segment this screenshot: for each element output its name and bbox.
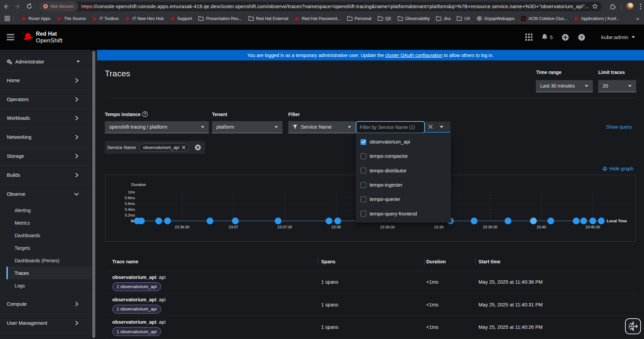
show-query-link[interactable]: Show query bbox=[606, 124, 632, 130]
bookmark-item[interactable]: IT New Hire Hub bbox=[124, 16, 164, 21]
import-plus-icon[interactable] bbox=[557, 34, 573, 41]
hide-graph-link[interactable]: Hide graph bbox=[602, 166, 633, 171]
chart-point[interactable] bbox=[275, 218, 281, 224]
reload-icon[interactable] bbox=[23, 2, 35, 11]
chart-point[interactable] bbox=[505, 218, 511, 224]
sidebar-scrollbar-thumb[interactable] bbox=[92, 51, 95, 338]
checkbox-unchecked-icon[interactable] bbox=[360, 182, 366, 188]
sidebar-item-operators[interactable]: Operators bbox=[0, 90, 92, 109]
sidebar-item-alerting[interactable]: Alerting bbox=[6, 204, 92, 216]
chart-point[interactable] bbox=[207, 218, 213, 224]
url-text[interactable]: https://console-openshift-console.apps.e… bbox=[81, 4, 589, 9]
bookmark-item[interactable]: Red Hat External bbox=[248, 16, 289, 21]
trace-service-name[interactable]: observatorium_api bbox=[112, 297, 156, 302]
sidebar-item-compute[interactable]: Compute bbox=[0, 295, 92, 314]
chart-point[interactable] bbox=[547, 218, 554, 224]
menu-option[interactable]: tempo-querier bbox=[356, 192, 451, 206]
table-row[interactable]: observatorium_api: api1 observatorium_ap… bbox=[105, 294, 636, 316]
chart-point[interactable] bbox=[232, 218, 239, 224]
browser-menu-kebab-icon[interactable] bbox=[640, 3, 641, 10]
bookmark-item[interactable]: The Source bbox=[56, 16, 87, 21]
column-header[interactable]: Trace name bbox=[112, 259, 138, 264]
checkbox-unchecked-icon[interactable] bbox=[360, 196, 366, 202]
bookmark-item[interactable]: Jira bbox=[435, 16, 451, 21]
notifications-bell[interactable]: 5 bbox=[537, 34, 557, 41]
sidebar-item-targets[interactable]: Targets bbox=[6, 242, 92, 254]
bookmark-item[interactable]: Applications | Konf... bbox=[573, 16, 620, 21]
typeahead-clear-icon[interactable] bbox=[428, 125, 433, 129]
chip-clear-all-icon[interactable] bbox=[195, 144, 201, 151]
user-menu[interactable]: kube:admin bbox=[601, 34, 635, 40]
sidebar-item-traces[interactable]: Traces bbox=[6, 267, 92, 279]
chart-point[interactable] bbox=[589, 218, 596, 224]
sidebar-item-home[interactable]: Home bbox=[0, 71, 92, 90]
bookmark-item[interactable]: Personal bbox=[346, 16, 372, 21]
menu-option[interactable]: tempo-query-frontend bbox=[356, 206, 451, 221]
sidebar-item-logs[interactable]: Logs bbox=[6, 279, 92, 292]
bookmark-item[interactable]: Support bbox=[169, 16, 193, 21]
nav-toggle-hamburger-icon[interactable] bbox=[7, 34, 14, 40]
sidebar-item-networking[interactable]: Networking bbox=[0, 128, 92, 147]
column-header[interactable]: Start time bbox=[479, 259, 501, 264]
extensions-icon[interactable] bbox=[609, 3, 616, 10]
bookmark-item[interactable]: Observability bbox=[397, 16, 430, 21]
sidebar-item-dashboards[interactable]: Dashboards bbox=[6, 229, 92, 242]
checkbox-unchecked-icon[interactable] bbox=[360, 168, 366, 173]
chart-point[interactable] bbox=[580, 218, 587, 224]
bookmark-item[interactable]: UX bbox=[456, 16, 471, 21]
menu-option[interactable]: tempo-compactor bbox=[356, 149, 451, 163]
chart-point[interactable] bbox=[598, 218, 605, 224]
sidebar-scrollbar[interactable] bbox=[92, 50, 96, 339]
lightspeed-fab[interactable] bbox=[625, 318, 641, 334]
menu-option[interactable]: observatorium_api bbox=[356, 135, 451, 149]
bookmark-item[interactable]: Rover Apps bbox=[20, 16, 51, 21]
chart-point[interactable] bbox=[530, 218, 537, 224]
sidebar-item-observe[interactable]: Observe bbox=[0, 185, 92, 203]
filter-attribute-select[interactable]: Service Name bbox=[288, 121, 356, 133]
chart-point[interactable] bbox=[471, 218, 477, 224]
sidebar-item-dashboards-perses[interactable]: Dashboards (Perses) bbox=[6, 254, 92, 267]
tenant-select[interactable]: platform bbox=[212, 121, 282, 133]
bookmark-item[interactable]: IT Toolbox bbox=[91, 16, 119, 21]
bookmarks-overflow-chevron[interactable]: » bbox=[636, 16, 639, 22]
chart-point[interactable] bbox=[573, 218, 580, 224]
bookmark-item[interactable]: Red Hat Password... bbox=[294, 16, 341, 21]
sidebar-item-metrics[interactable]: Metrics bbox=[6, 216, 92, 229]
not-secure-chip[interactable]: Not Secure bbox=[39, 2, 78, 11]
tempo-instance-select[interactable]: openshift-tracing / platform bbox=[105, 121, 209, 133]
url-bar[interactable]: Not Secure https://console-openshift-con… bbox=[39, 2, 602, 11]
sidebar-item-user-management[interactable]: User Management bbox=[0, 314, 92, 333]
table-row[interactable]: observatorium_api: api1 observatorium_ap… bbox=[105, 316, 636, 338]
checkbox-unchecked-icon[interactable] bbox=[360, 211, 366, 216]
chart-point[interactable] bbox=[326, 218, 332, 224]
chip-remove-icon[interactable] bbox=[182, 146, 186, 149]
bookmark-item[interactable]: ACM Coletive Clus... bbox=[520, 16, 568, 21]
back-icon[interactable] bbox=[0, 2, 12, 11]
profile-avatar[interactable] bbox=[626, 3, 634, 10]
perspective-switcher[interactable]: Administrator bbox=[0, 50, 92, 71]
trace-name-cell[interactable]: observatorium_api: api bbox=[112, 297, 165, 302]
tempo-help-icon[interactable]: ? bbox=[142, 111, 148, 117]
apps-grid-icon[interactable] bbox=[4, 16, 10, 21]
column-header[interactable]: Spans bbox=[321, 259, 335, 264]
forward-icon[interactable] bbox=[12, 2, 23, 11]
help-question-icon[interactable]: ? bbox=[573, 34, 590, 41]
app-launcher-icon[interactable] bbox=[521, 34, 537, 41]
column-header[interactable]: Duration bbox=[426, 259, 446, 264]
menu-option[interactable]: tempo-distributor bbox=[356, 164, 451, 178]
checkbox-unchecked-icon[interactable] bbox=[360, 153, 366, 159]
trace-name-cell[interactable]: observatorium_api: api bbox=[112, 319, 165, 325]
bookmark-item[interactable]: Presentation Res... bbox=[197, 16, 242, 21]
chart-point[interactable] bbox=[334, 218, 341, 224]
sidebar-item-workloads[interactable]: Workloads bbox=[0, 109, 92, 128]
oauth-config-link[interactable]: cluster OAuth configuration bbox=[385, 53, 443, 58]
sidebar-item-storage[interactable]: Storage bbox=[0, 147, 92, 166]
table-row[interactable]: observatorium_api: api1 observatorium_ap… bbox=[105, 271, 636, 294]
bookmark-item[interactable]: QE bbox=[377, 16, 392, 21]
chart-point[interactable] bbox=[138, 218, 145, 224]
sidebar-item-builds[interactable]: Builds bbox=[0, 166, 92, 184]
bookmark-item[interactable]: OcpqeWebapps bbox=[476, 16, 515, 21]
chart-point[interactable] bbox=[155, 218, 162, 224]
trace-service-name[interactable]: observatorium_api bbox=[112, 275, 156, 280]
menu-option[interactable]: tempo-ingester bbox=[356, 178, 451, 192]
